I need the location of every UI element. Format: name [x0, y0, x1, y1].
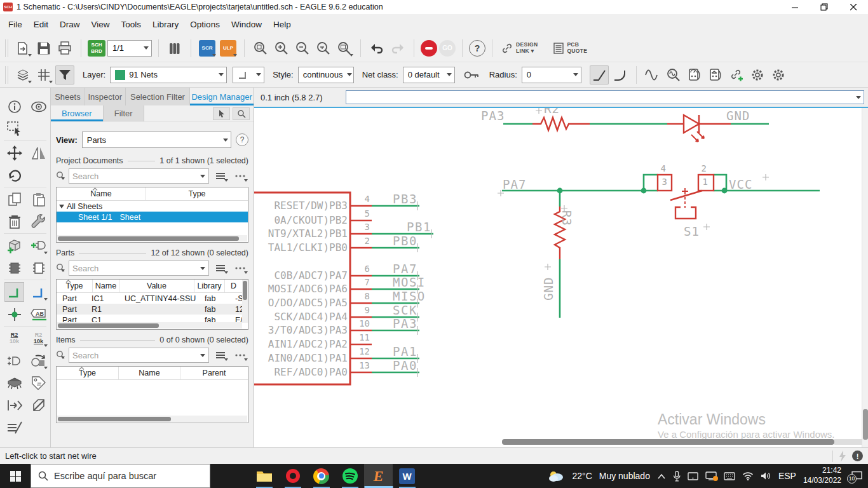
sheet-selector[interactable]: 1/1	[107, 40, 152, 57]
attribute-icon[interactable]	[29, 373, 48, 393]
help-button[interactable]: ?	[469, 40, 485, 57]
minimize-button[interactable]	[780, 0, 810, 14]
layer-settings-icon[interactable]	[13, 65, 32, 85]
signal-wave-icon[interactable]	[643, 65, 662, 85]
menu-tools[interactable]: Tools	[116, 17, 147, 32]
canvas-vscrollbar-thumb[interactable]	[863, 409, 868, 440]
menu-view[interactable]: View	[86, 17, 116, 32]
pinswap-icon[interactable]	[4, 258, 24, 278]
add-part-icon[interactable]	[4, 236, 24, 255]
ic-pin-name[interactable]: RESET/DW)PB3	[254, 200, 348, 212]
ic-pin-name[interactable]: AIN1/ADC2)PA2	[254, 338, 348, 350]
canvas-hscrollbar-thumb[interactable]	[502, 439, 834, 445]
ic-pin-name[interactable]: AIN0/ADC1)PA1	[254, 352, 348, 364]
notification-center-icon[interactable]: 10	[851, 471, 863, 482]
app-word[interactable]: W	[393, 464, 421, 488]
print-button[interactable]	[55, 39, 74, 58]
tab-inspector[interactable]: Inspector	[85, 88, 126, 105]
parts-hscrollbar[interactable]	[57, 322, 242, 329]
add-link-icon[interactable]	[727, 65, 746, 85]
net-label[interactable]: PB0	[393, 234, 417, 248]
subtab-filter[interactable]: Filter	[104, 105, 144, 121]
group-icon[interactable]	[29, 351, 48, 370]
ic-pin-number[interactable]: 4	[356, 194, 370, 204]
alert-icon[interactable]: !	[852, 451, 863, 461]
pcb-quote-button[interactable]: PCBQUOTE	[551, 39, 590, 58]
multimeter-alt-icon[interactable]	[706, 65, 725, 85]
net-label[interactable]: MOSI	[393, 275, 426, 289]
miter-round-icon[interactable]	[611, 65, 630, 85]
replace-icon[interactable]	[29, 258, 48, 278]
open-document-button[interactable]	[13, 39, 32, 58]
list-view-icon[interactable]	[212, 261, 229, 275]
ic-pin-number[interactable]: 3	[356, 222, 370, 232]
net-label[interactable]: MISO	[393, 289, 426, 303]
command-line[interactable]	[346, 90, 864, 104]
net-label[interactable]: PB1	[407, 220, 431, 234]
net-label[interactable]: PA7	[393, 262, 417, 276]
start-button[interactable]	[0, 464, 31, 488]
items-search-input[interactable]	[72, 351, 198, 360]
name-button[interactable]: R210k	[4, 329, 24, 348]
search-filter-icon[interactable]	[56, 263, 65, 273]
delete-icon[interactable]	[4, 212, 24, 231]
parts-vscrollbar[interactable]	[242, 280, 248, 323]
menu-window[interactable]: Window	[226, 17, 268, 32]
weather-desc[interactable]: Muy nublado	[599, 471, 650, 481]
move-icon[interactable]	[4, 143, 24, 163]
ic-pin-number[interactable]: 13	[356, 360, 370, 370]
gear-icon[interactable]	[748, 65, 767, 85]
schematic-board-toggle[interactable]: SCHBRD	[88, 40, 105, 57]
toolbar-grip[interactable]	[5, 66, 8, 84]
column-header[interactable]: Parent	[180, 367, 248, 379]
weather-icon[interactable]	[547, 470, 565, 482]
canvas-vscrollbar[interactable]	[862, 108, 868, 447]
menu-help[interactable]: Help	[268, 17, 297, 32]
wifi-icon[interactable]	[742, 471, 754, 480]
touch-keyboard-icon[interactable]	[724, 472, 735, 480]
microphone-icon[interactable]	[673, 471, 681, 482]
app-opera[interactable]	[278, 464, 307, 488]
style-select[interactable]: continuous	[298, 67, 354, 83]
info-icon[interactable]	[4, 97, 24, 116]
save-button[interactable]	[34, 39, 53, 58]
command-input[interactable]	[349, 93, 856, 102]
tree-row-sheet[interactable]: Sheet 1/1 Sheet	[57, 212, 248, 222]
column-header[interactable]: Value	[119, 280, 194, 292]
parts-search-input[interactable]	[72, 264, 198, 273]
show-icon[interactable]	[29, 97, 48, 116]
library-manager-button[interactable]	[165, 39, 184, 58]
zoom-in-icon[interactable]	[272, 39, 291, 58]
tab-design-manager[interactable]: Design Manager	[190, 88, 254, 105]
ic-pin-number[interactable]: 8	[356, 291, 370, 301]
probe-icon[interactable]	[664, 65, 683, 85]
more-options-icon[interactable]	[232, 169, 248, 183]
ic-pin-number[interactable]: 2	[356, 236, 370, 246]
port-icon[interactable]	[4, 395, 24, 415]
search-filter-icon[interactable]	[56, 350, 65, 360]
column-header[interactable]: Library	[194, 280, 224, 292]
polygon-icon[interactable]	[29, 395, 48, 415]
restore-button[interactable]	[810, 0, 839, 14]
net-label[interactable]: PA7	[503, 177, 526, 191]
ulp-button[interactable]: ULP	[219, 39, 238, 58]
ic-pin-number[interactable]: 6	[356, 264, 370, 274]
grid-icon[interactable]	[34, 65, 53, 85]
select-icon[interactable]	[4, 119, 24, 139]
subtab-browser[interactable]: Browser	[51, 105, 104, 121]
ic-pin-name[interactable]: 0A/CKOUT)PB2	[254, 214, 348, 226]
tablet-mode-icon[interactable]	[688, 471, 698, 481]
items-search[interactable]	[69, 348, 209, 363]
parts-table-row[interactable]: PartIC1UC_ATTINY44-SSUfab-S	[57, 293, 248, 304]
items-hscrollbar[interactable]	[57, 416, 247, 422]
ic-pin-name[interactable]: C0B/ADC7)PA7	[254, 269, 348, 281]
parts-table-row[interactable]: PartR1fab12	[57, 304, 248, 315]
zoom-selection-icon[interactable]	[233, 107, 250, 120]
redo-button[interactable]	[388, 39, 407, 58]
net-label[interactable]: PA3	[481, 109, 505, 123]
show-hidden-icons-chevron[interactable]	[657, 473, 666, 479]
ic-pin-number[interactable]: 10	[356, 318, 370, 329]
junction-icon[interactable]	[4, 304, 24, 324]
mirror-icon[interactable]	[29, 143, 48, 163]
documents-search-input[interactable]	[72, 172, 198, 181]
